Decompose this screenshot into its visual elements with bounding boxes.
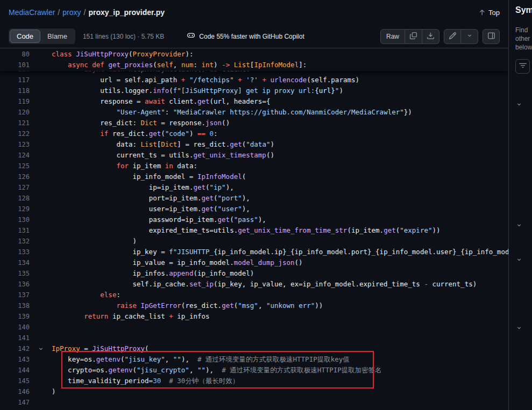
- code-text: ): [52, 386, 508, 397]
- symbols-panel-icon: [487, 32, 495, 41]
- symbols-description-line: other: [515, 34, 532, 43]
- line-number[interactable]: 138: [0, 300, 30, 311]
- scroll-to-top-button[interactable]: Top: [478, 9, 500, 17]
- chevron-down-icon[interactable]: [516, 323, 522, 333]
- line-number[interactable]: 145: [0, 376, 30, 386]
- code-text: ): [52, 236, 508, 247]
- download-button[interactable]: [422, 29, 439, 44]
- line-number[interactable]: 139: [0, 311, 30, 322]
- code-text: port=ip_item.get("port"),: [52, 193, 508, 204]
- line-number[interactable]: 130: [0, 214, 30, 225]
- code-text: data: List[Dict] = res_dict.get("data"): [52, 139, 508, 150]
- edit-button[interactable]: [444, 29, 461, 44]
- raw-button[interactable]: Raw: [380, 29, 405, 44]
- file-header: MediaCrawler / proxy / proxy_ip_provider…: [0, 0, 508, 25]
- line-number[interactable]: 140: [0, 322, 30, 333]
- toolbar-actions: Raw: [380, 29, 500, 44]
- line-number[interactable]: 132: [0, 236, 30, 247]
- symbols-panel-title: Symbols: [515, 5, 532, 15]
- fold-spacer: [30, 182, 52, 193]
- line-number[interactable]: 118: [0, 85, 30, 96]
- line-number[interactable]: 120: [0, 107, 30, 118]
- breadcrumb: MediaCrawler / proxy / proxy_ip_provider…: [9, 8, 165, 17]
- breadcrumb-repo-link[interactable]: MediaCrawler: [9, 8, 55, 17]
- line-number[interactable]: 123: [0, 139, 30, 150]
- code-text: [52, 333, 508, 343]
- code-line: 131 expired_time_ts=utils.get_unix_time_…: [0, 225, 508, 236]
- line-number[interactable]: 117: [0, 75, 30, 85]
- code-line: 140: [0, 322, 508, 333]
- line-number[interactable]: 134: [0, 257, 30, 268]
- line-number[interactable]: 142: [0, 343, 30, 354]
- fold-spacer: [30, 214, 52, 225]
- line-number[interactable]: 133: [0, 247, 30, 257]
- line-number[interactable]: 144: [0, 365, 30, 376]
- sticky-context-lines: 80class JiSuHttpProxy(ProxyProvider):101…: [0, 48, 508, 71]
- line-number[interactable]: 101: [0, 60, 30, 70]
- code-text: crypto=os.getenv("jisu_crypto", ""), # 通…: [52, 365, 508, 376]
- edit-dropdown-button[interactable]: [461, 29, 478, 44]
- code-text: url = self.api_path + "/fetchips" + '?' …: [52, 75, 508, 85]
- fold-spacer: [30, 204, 52, 214]
- symbols-description-line: below: [515, 43, 532, 52]
- tab-blame[interactable]: Blame: [40, 30, 74, 43]
- line-number[interactable]: 131: [0, 225, 30, 236]
- fold-spacer: [30, 171, 52, 182]
- code-line: 132 ): [0, 236, 508, 247]
- chevron-down-icon[interactable]: [516, 255, 522, 265]
- chevron-down-icon[interactable]: [516, 221, 522, 231]
- line-number[interactable]: 119: [0, 96, 30, 107]
- fold-toggle-icon[interactable]: [30, 343, 52, 354]
- code-text: if res_dict.get("code") == 0:: [52, 128, 508, 139]
- code-line: 134 ip_value = ip_info_model.model_dump_…: [0, 257, 508, 268]
- fold-spacer: [30, 333, 52, 343]
- code-text: class JiSuHttpProxy(ProxyProvider):: [52, 49, 508, 60]
- line-number[interactable]: 147: [0, 397, 30, 408]
- file-info-text: 151 lines (130 loc) · 5.75 KB: [83, 33, 164, 40]
- github-code-view: MediaCrawler / proxy / proxy_ip_provider…: [0, 0, 532, 410]
- copilot-banner-text: Code 55% faster with GitHub Copilot: [199, 33, 304, 40]
- line-number[interactable]: 143: [0, 354, 30, 365]
- code-text: expired_time_ts=utils.get_unix_time_from…: [52, 225, 508, 236]
- code-line: 121 res_dict: Dict = response.json(): [0, 118, 508, 128]
- symbols-panel-description: Findotherbelow: [515, 26, 532, 52]
- copy-icon: [409, 32, 417, 41]
- code-line: 144 crypto=os.getenv("jisu_crypto", ""),…: [0, 365, 508, 376]
- code-line: 123 data: List[Dict] = res_dict.get("dat…: [0, 139, 508, 150]
- line-number[interactable]: 122: [0, 128, 30, 139]
- line-number[interactable]: 128: [0, 193, 30, 204]
- code-scroll-content: 116 async with httpx.AsyncClient() as cl…: [0, 64, 508, 408]
- code-text: [52, 397, 508, 408]
- code-text: current_ts = utils.get_unix_timestamp(): [52, 150, 508, 161]
- symbols-filter-button[interactable]: [515, 59, 530, 74]
- line-number[interactable]: 137: [0, 290, 30, 300]
- fold-spacer: [30, 107, 52, 118]
- download-icon: [427, 32, 435, 41]
- filter-funnel-icon: [519, 62, 527, 71]
- code-text: res_dict: Dict = response.json(): [52, 118, 508, 128]
- line-number[interactable]: 146: [0, 386, 30, 397]
- line-number[interactable]: 127: [0, 182, 30, 193]
- chevron-down-icon[interactable]: [516, 100, 522, 110]
- line-number[interactable]: 80: [0, 49, 30, 60]
- line-number[interactable]: 135: [0, 268, 30, 279]
- copy-button[interactable]: [405, 29, 422, 44]
- line-number[interactable]: 136: [0, 279, 30, 290]
- breadcrumb-filename: proxy_ip_provider.py: [88, 8, 165, 17]
- code-blame-switcher: Code Blame: [9, 28, 75, 44]
- code-line: 80class JiSuHttpProxy(ProxyProvider):: [0, 49, 508, 60]
- line-number[interactable]: 121: [0, 118, 30, 128]
- fold-spacer: [30, 150, 52, 161]
- breadcrumb-folder-link[interactable]: proxy: [62, 8, 81, 17]
- line-number[interactable]: 129: [0, 204, 30, 214]
- code-line: 124 current_ts = utils.get_unix_timestam…: [0, 150, 508, 161]
- fold-spacer: [30, 376, 52, 386]
- code-line: 139 return ip_cache_list + ip_infos: [0, 311, 508, 322]
- line-number[interactable]: 125: [0, 161, 30, 171]
- line-number[interactable]: 141: [0, 333, 30, 343]
- tab-code[interactable]: Code: [10, 30, 40, 43]
- line-number[interactable]: 126: [0, 171, 30, 182]
- code-line: 145 time_validity_period=30 # 30分钟（最长时效）: [0, 376, 508, 386]
- symbols-panel-toggle-button[interactable]: [483, 29, 500, 44]
- line-number[interactable]: 124: [0, 150, 30, 161]
